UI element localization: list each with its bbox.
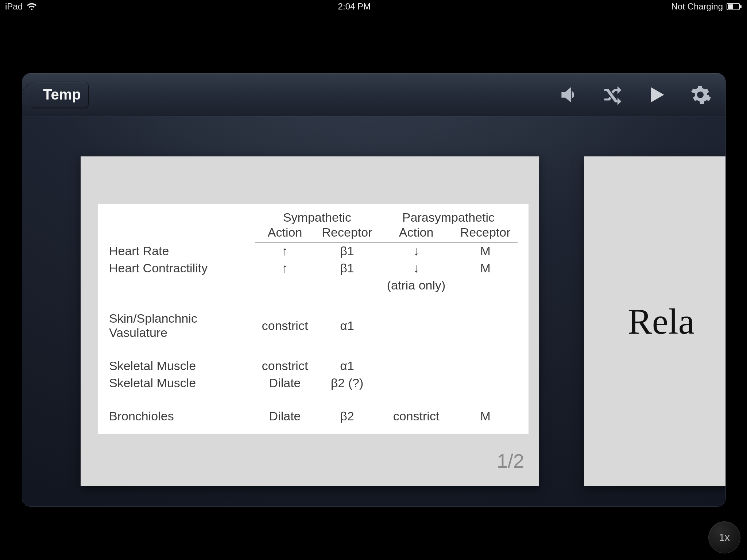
scale-badge[interactable]: 1x [708, 521, 740, 553]
back-button-label: Temp [43, 86, 81, 103]
flashcard-front[interactable]: Sympathetic Parasympathetic Action Recep… [81, 156, 539, 486]
table-row: BronchiolesDilateβ2constrictM [109, 408, 518, 425]
table-row: Heart Rate↑β1↓M [109, 242, 518, 260]
col-group-parasympathetic: Parasympathetic [379, 209, 518, 225]
table-row: Skeletal MuscleDilateβ2 (?) [109, 374, 518, 392]
table-row: Skeletal Muscleconstrictα1 [109, 357, 518, 374]
clock: 2:04 PM [338, 1, 371, 12]
table-row: Skin/Splanchnic Vasulatureconstrictα1 [109, 310, 518, 341]
card-area[interactable]: Sympathetic Parasympathetic Action Recep… [22, 116, 725, 506]
wifi-icon [26, 3, 37, 11]
subhead-receptor-2: Receptor [453, 225, 518, 242]
device-label: iPad [5, 1, 23, 12]
flashcard-next-peek[interactable]: Rela [584, 156, 725, 486]
subhead-action-1: Action [255, 225, 315, 242]
table-row: Heart Contractility↑β1↓M [109, 260, 518, 277]
app-window: Temp Sy [22, 73, 726, 507]
speaker-icon[interactable] [555, 81, 583, 109]
battery-icon [727, 3, 742, 10]
subhead-receptor-1: Receptor [315, 225, 379, 242]
status-bar: iPad 2:04 PM Not Charging [0, 0, 747, 13]
subhead-action-2: Action [379, 225, 453, 242]
content-table: Sympathetic Parasympathetic Action Recep… [98, 204, 529, 434]
charging-label: Not Charging [671, 1, 723, 12]
back-button[interactable]: Temp [30, 82, 89, 108]
page-indicator: 1/2 [497, 450, 524, 472]
play-icon[interactable] [642, 81, 671, 109]
col-group-sympathetic: Sympathetic [255, 209, 379, 225]
gear-icon[interactable] [686, 81, 715, 109]
svg-rect-2 [740, 5, 742, 8]
toolbar: Temp [22, 73, 725, 116]
peek-text: Rela [628, 300, 694, 342]
svg-rect-1 [728, 4, 733, 9]
table-row-note: (atria only) [109, 277, 518, 294]
shuffle-icon[interactable] [599, 81, 627, 109]
